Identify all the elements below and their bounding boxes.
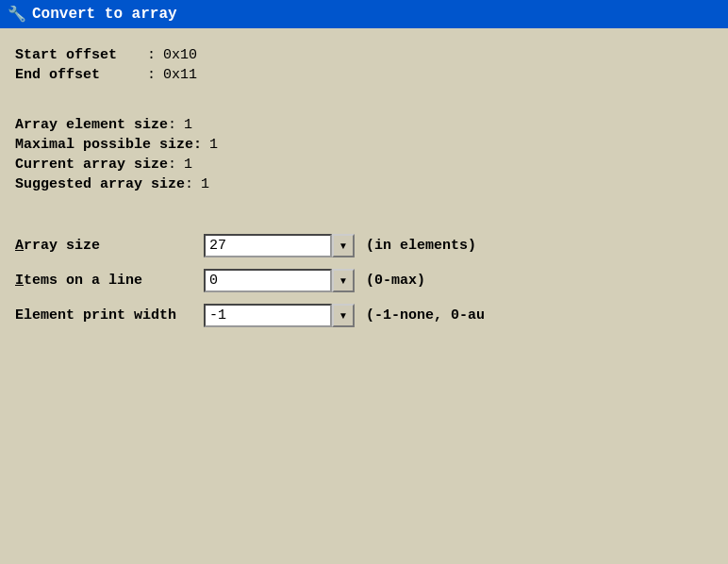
array-element-size-value: 1 [184, 117, 192, 133]
offset-section: Start offset : 0x10 End offset : 0x11 [15, 47, 713, 83]
array-element-size-row: Array element size : 1 [15, 117, 713, 133]
end-offset-label: End offset [15, 67, 147, 83]
current-array-size-row: Current array size : 1 [15, 157, 713, 173]
items-on-line-input[interactable] [204, 269, 332, 292]
stats-section: Array element size : 1 Maximal possible … [15, 117, 713, 192]
items-label-rest: tems on a line [24, 273, 142, 289]
array-size-label-rest: rray size [24, 238, 100, 254]
start-offset-label: Start offset [15, 47, 147, 63]
end-offset-colon: : [147, 67, 156, 83]
start-offset-row: Start offset : 0x10 [15, 47, 713, 63]
array-size-hint: (in elements) [366, 238, 476, 254]
items-label-u: I [15, 273, 24, 289]
max-possible-size-label: Maximal possible size: [15, 137, 202, 153]
cas-colon: : [168, 157, 176, 173]
title-icon: 🔧 [8, 5, 26, 24]
start-offset-colon: : [147, 47, 156, 63]
element-print-width-hint: (-1-none, 0-au [366, 307, 485, 323]
title-bar: 🔧 Convert to array [0, 0, 728, 28]
max-possible-size-value: 1 [209, 137, 218, 153]
array-size-dropdown-btn[interactable]: ▼ [332, 234, 355, 257]
array-size-input[interactable] [204, 234, 332, 257]
array-size-row: Array size ▼ (in elements) [15, 234, 713, 257]
current-array-size-label: Current array size [15, 157, 168, 173]
element-print-width-combo: ▼ [204, 304, 355, 327]
array-size-label: Array size [15, 238, 204, 254]
max-possible-size-row: Maximal possible size: 1 [15, 137, 713, 153]
start-offset-value: 0x10 [163, 47, 197, 63]
items-on-line-label: Items on a line [15, 273, 204, 289]
items-on-line-dropdown-btn[interactable]: ▼ [332, 269, 355, 292]
element-print-width-input[interactable] [204, 304, 332, 327]
window-title: Convert to array [32, 6, 177, 23]
array-size-combo: ▼ [204, 234, 355, 257]
element-print-width-dropdown-btn[interactable]: ▼ [332, 304, 355, 327]
current-array-size-value: 1 [184, 157, 192, 173]
items-on-line-hint: (0-max) [366, 273, 425, 289]
dialog-content: Start offset : 0x10 End offset : 0x11 Ar… [0, 28, 728, 357]
suggested-array-size-label: Suggested array size [15, 176, 185, 192]
items-on-line-combo: ▼ [204, 269, 355, 292]
end-offset-row: End offset : 0x11 [15, 67, 713, 83]
suggested-array-size-row: Suggested array size : 1 [15, 176, 713, 192]
suggested-array-size-value: 1 [201, 176, 209, 192]
aes-colon: : [168, 117, 176, 133]
array-element-size-label: Array element size [15, 117, 168, 133]
items-on-line-row: Items on a line ▼ (0-max) [15, 269, 713, 292]
sas-colon: : [185, 176, 193, 192]
element-print-width-row: Element print width ▼ (-1-none, 0-au [15, 304, 713, 327]
form-section: Array size ▼ (in elements) Items on a li… [15, 234, 713, 327]
array-size-label-u: A [15, 238, 24, 254]
end-offset-value: 0x11 [163, 67, 197, 83]
element-print-width-label: Element print width [15, 307, 204, 323]
